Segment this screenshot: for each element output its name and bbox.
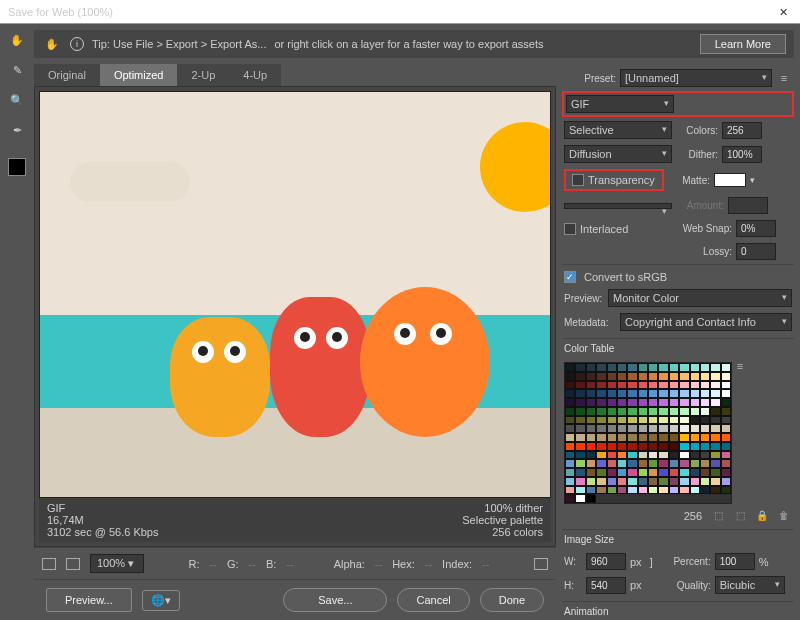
learn-more-button[interactable]: Learn More: [700, 34, 786, 54]
width-label: W:: [564, 556, 582, 567]
tip-bar: ✋ i Tip: Use File > Export > Export As..…: [34, 30, 794, 58]
lossy-label: Lossy:: [676, 246, 732, 257]
dither-input[interactable]: [722, 146, 762, 163]
preview-tabs: Original Optimized 2-Up 4-Up: [34, 64, 556, 86]
quality-select[interactable]: Bicubic: [715, 576, 785, 594]
preview-pane: GIF 16,74M 3102 sec @ 56.6 Kbps 100% dit…: [34, 86, 556, 547]
browser-preview-icon[interactable]: 🌐▾: [142, 590, 180, 611]
tip-text-b: or right click on a layer for a faster w…: [274, 38, 543, 50]
dither-label: Dither:: [676, 149, 718, 160]
colortable-count: 256: [684, 510, 702, 522]
matte-label: Matte:: [668, 175, 710, 186]
zoom-select[interactable]: 100% ▾: [90, 554, 144, 573]
reduction-select[interactable]: Selective: [564, 121, 672, 139]
format-row-highlighted: GIF: [562, 91, 794, 117]
colortable-title: Color Table: [562, 338, 794, 358]
transparency-label: Transparency: [588, 174, 655, 186]
format-select[interactable]: GIF: [566, 95, 674, 113]
settings-panel: Preset: [Unnamed] ≡ GIF Selective Colors…: [562, 64, 794, 620]
preset-select[interactable]: [Unnamed]: [620, 69, 772, 87]
info-timing: 3102 sec @ 56.6 Kbps: [47, 526, 158, 538]
animation-title: Animation: [562, 601, 794, 620]
colors-input[interactable]: [722, 122, 762, 139]
info-palette: Selective palette: [462, 514, 543, 526]
link-icon[interactable]: ]: [650, 556, 653, 568]
tab-original[interactable]: Original: [34, 64, 100, 86]
tab-optimized[interactable]: Optimized: [100, 64, 178, 86]
hand-tool-icon[interactable]: ✋: [7, 30, 27, 50]
info-icon: i: [70, 37, 84, 51]
colortable-menu-icon[interactable]: ≡: [732, 360, 748, 372]
ct-icon-2[interactable]: ⬚: [734, 510, 746, 522]
dialog-footer: Preview... 🌐▾ Save... Cancel Done: [34, 579, 556, 620]
interlaced-label: Interlaced: [580, 223, 628, 235]
amount-input: [728, 197, 768, 214]
matte-swatch[interactable]: [714, 173, 746, 187]
tab-4up[interactable]: 4-Up: [229, 64, 281, 86]
percent-label: Percent:: [661, 556, 711, 567]
panel-menu-icon[interactable]: ≡: [776, 72, 792, 84]
trash-icon[interactable]: 🗑: [778, 510, 790, 522]
preset-label: Preset:: [564, 73, 616, 84]
r-label: R:: [189, 558, 200, 570]
srgb-label: Convert to sRGB: [584, 271, 667, 283]
foreground-swatch[interactable]: [8, 158, 26, 176]
lossy-input[interactable]: [736, 243, 776, 260]
eyedropper-tool-icon[interactable]: ✒: [7, 120, 27, 140]
preview-button[interactable]: Preview...: [46, 588, 132, 612]
save-button[interactable]: Save...: [283, 588, 387, 612]
info-colors: 256 colors: [462, 526, 543, 538]
colors-label: Colors:: [676, 125, 718, 136]
title-bar: Save for Web (100%) ✕: [0, 0, 800, 24]
index-label: Index:: [442, 558, 472, 570]
cancel-button[interactable]: Cancel: [397, 588, 469, 612]
websnap-input[interactable]: [736, 220, 776, 237]
imagesize-title: Image Size: [562, 529, 794, 549]
color-table[interactable]: [564, 362, 732, 504]
status-extra-icon[interactable]: [534, 558, 548, 570]
tab-2up[interactable]: 2-Up: [177, 64, 229, 86]
tool-strip: ✋ ✎ 🔍 ✒: [0, 24, 34, 620]
percent-input[interactable]: [715, 553, 755, 570]
preview-label: Preview:: [564, 293, 604, 304]
hand-icon: ✋: [42, 34, 62, 54]
dither-alg-select[interactable]: Diffusion: [564, 145, 672, 163]
ct-icon-1[interactable]: ⬚: [712, 510, 724, 522]
zoom-tool-icon[interactable]: 🔍: [7, 90, 27, 110]
close-icon[interactable]: ✕: [774, 3, 792, 21]
metadata-select[interactable]: Copyright and Contact Info: [620, 313, 792, 331]
amount-label: Amount:: [676, 200, 724, 211]
height-input[interactable]: [586, 577, 626, 594]
alpha-label: Alpha:: [334, 558, 365, 570]
lock-icon[interactable]: 🔒: [756, 510, 768, 522]
b-label: B:: [266, 558, 276, 570]
preview-info: GIF 16,74M 3102 sec @ 56.6 Kbps 100% dit…: [39, 498, 551, 542]
info-dither: 100% dither: [462, 502, 543, 514]
window-title: Save for Web (100%): [8, 6, 113, 18]
transparency-row-highlighted: Transparency: [564, 169, 664, 191]
info-filesize: 16,74M: [47, 514, 158, 526]
websnap-label: Web Snap:: [676, 223, 732, 234]
quality-label: Quality:: [661, 580, 711, 591]
status-bar: 100% ▾ R:-- G:-- B:-- Alpha:-- Hex:-- In…: [34, 547, 556, 579]
g-label: G:: [227, 558, 239, 570]
grid-toggle2-icon[interactable]: [66, 558, 80, 570]
width-input[interactable]: [586, 553, 626, 570]
done-button[interactable]: Done: [480, 588, 544, 612]
transparency-checkbox[interactable]: [572, 174, 584, 186]
srgb-checkbox[interactable]: [564, 271, 576, 283]
grid-toggle-icon[interactable]: [42, 558, 56, 570]
interlaced-checkbox[interactable]: [564, 223, 576, 235]
tip-text-a: Tip: Use File > Export > Export As...: [92, 38, 266, 50]
info-format: GIF: [47, 502, 158, 514]
preview-image[interactable]: [39, 91, 551, 498]
hex-label: Hex:: [392, 558, 415, 570]
height-label: H:: [564, 580, 582, 591]
colortable-footer: 256 ⬚ ⬚ 🔒 🗑: [562, 508, 794, 524]
metadata-label: Metadata:: [564, 317, 616, 328]
slice-tool-icon[interactable]: ✎: [7, 60, 27, 80]
preview-select[interactable]: Monitor Color: [608, 289, 792, 307]
transparency-dither-select: [564, 203, 672, 209]
